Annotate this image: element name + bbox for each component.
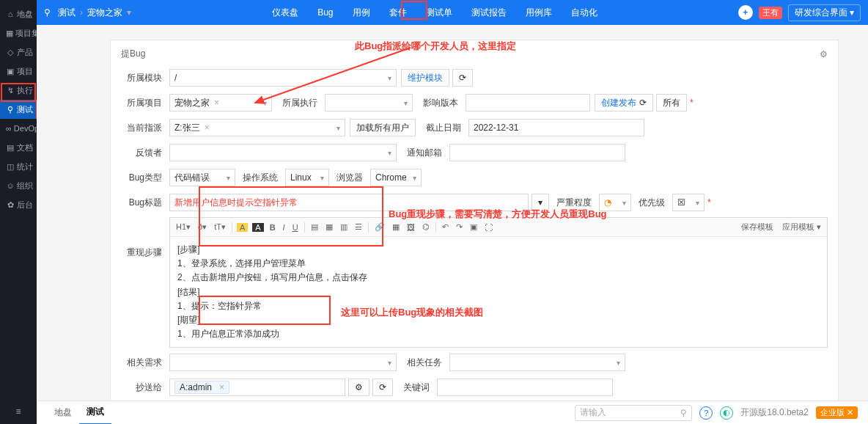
tab-bug[interactable]: Bug bbox=[309, 0, 342, 25]
chart-icon: ◫ bbox=[6, 162, 15, 171]
editor-body[interactable]: [步骤] 1、登录系统，选择用户管理菜单 2、点击新增用户按钮，填写用户信息，点… bbox=[170, 237, 827, 347]
sidebar-item-report[interactable]: ◫统计 bbox=[0, 157, 37, 176]
toolbar-fontcolor[interactable]: A bbox=[237, 223, 248, 232]
browser-label: 浏览器 bbox=[336, 172, 363, 184]
all-builds-button[interactable]: 所有 bbox=[656, 94, 687, 112]
search-icon: ⚲ bbox=[6, 105, 15, 114]
bug-form-panel: 提Bug ⚙ 所属模块 /▾ 维护模块 ⟳ 所属项目 宠物之家×▾ 所属执行 ▾… bbox=[110, 40, 839, 401]
breadcrumb-root[interactable]: 测试 bbox=[58, 7, 76, 19]
sidebar-item-admin[interactable]: ✿后台 bbox=[0, 195, 37, 214]
tab-automation[interactable]: 自动化 bbox=[562, 0, 606, 25]
left-sidebar: ⌂地盘 ▦项目集 ◇产品 ▣项目 ↯执行 ⚲测试 ∞DevOps ▤文档 ◫统计… bbox=[0, 0, 37, 424]
sidebar-item-org[interactable]: ☺组织 bbox=[0, 176, 37, 195]
toolbar-redo[interactable]: ↷ bbox=[455, 222, 464, 232]
toolbar-code[interactable]: ⌬ bbox=[421, 222, 431, 232]
mail-input[interactable] bbox=[449, 144, 625, 161]
toolbar-fullscreen[interactable]: ⛶ bbox=[483, 223, 494, 232]
tab-dashboard[interactable]: 仪表盘 bbox=[263, 0, 307, 25]
toolbar-align-right[interactable]: ▥ bbox=[339, 222, 349, 232]
priority-label: 优先级 bbox=[639, 197, 665, 209]
project-select[interactable]: 宠物之家×▾ bbox=[169, 94, 272, 112]
create-button[interactable]: + bbox=[738, 5, 753, 20]
toolbar-size[interactable]: tT▾ bbox=[213, 222, 227, 232]
cc-gear-button[interactable]: ⚙ bbox=[348, 379, 369, 396]
os-select[interactable]: Linux▾ bbox=[285, 169, 329, 186]
toolbar-undo[interactable]: ↶ bbox=[441, 222, 450, 232]
demand-select[interactable]: ▾ bbox=[169, 354, 397, 371]
sidebar-item-product[interactable]: ◇产品 bbox=[0, 43, 37, 62]
tab-testtask[interactable]: 测试单 bbox=[417, 0, 461, 25]
tab-caselib[interactable]: 用例库 bbox=[517, 0, 561, 25]
execution-label: 所属执行 bbox=[282, 97, 317, 109]
zentao-icon[interactable]: ◐ bbox=[720, 406, 733, 420]
sidebar-item-dashboard[interactable]: ⌂地盘 bbox=[0, 4, 37, 23]
search-icon[interactable]: ⚲ bbox=[44, 7, 51, 18]
enterprise-pill[interactable]: 企业版 ✕ bbox=[816, 406, 858, 419]
maintain-module-button[interactable]: 维护模块 bbox=[401, 69, 449, 87]
cc-select[interactable]: A:admin× bbox=[169, 379, 345, 396]
toolbar-source[interactable]: ▣ bbox=[468, 222, 479, 232]
sidebar-collapse-button[interactable]: ≡ bbox=[0, 399, 37, 424]
toolbar-underline[interactable]: U bbox=[291, 223, 300, 232]
assign-select[interactable]: Z:张三×▾ bbox=[169, 119, 345, 136]
statusbar-tab-qa[interactable]: 测试 bbox=[79, 401, 111, 425]
view-dropdown[interactable]: 研发综合界面 ▾ bbox=[788, 4, 861, 21]
deadline-input[interactable]: 2022-12-31 bbox=[468, 119, 644, 136]
home-icon: ⌂ bbox=[6, 10, 15, 18]
execution-select[interactable]: ▾ bbox=[325, 94, 413, 112]
keyword-input[interactable] bbox=[437, 379, 613, 396]
toolbar-link[interactable]: 🔗 bbox=[373, 222, 386, 232]
sidebar-item-devops[interactable]: ∞DevOps bbox=[0, 119, 37, 138]
task-select[interactable]: ▾ bbox=[449, 354, 625, 371]
load-all-users-button[interactable]: 加载所有用户 bbox=[350, 119, 416, 136]
refresh-module-button[interactable]: ⟳ bbox=[452, 69, 473, 87]
version-text: 开源版18.0.beta2 bbox=[740, 406, 809, 419]
save-template-button[interactable]: 保存模板 bbox=[740, 222, 775, 233]
help-button[interactable]: ? bbox=[699, 406, 713, 420]
user-badge[interactable]: 王有 bbox=[759, 7, 782, 19]
type-select[interactable]: 代码错误▾ bbox=[169, 169, 235, 186]
severity-select[interactable]: ◔▾ bbox=[599, 194, 631, 211]
sidebar-item-doc[interactable]: ▤文档 bbox=[0, 138, 37, 157]
toolbar-format[interactable]: ð▾ bbox=[196, 222, 208, 232]
toolbar-align-center[interactable]: ▦ bbox=[324, 222, 334, 232]
tag-icon: ◇ bbox=[6, 48, 15, 56]
demand-label: 相关需求 bbox=[121, 357, 162, 369]
toolbar-bgcolor[interactable]: A bbox=[252, 223, 263, 232]
version-select[interactable] bbox=[466, 94, 590, 112]
type-label: Bug类型 bbox=[121, 172, 162, 184]
title-input[interactable]: 新增用户信息时提示空指针异常 bbox=[169, 194, 529, 211]
color-picker-button[interactable]: ▾ bbox=[532, 194, 549, 211]
apply-template-button[interactable]: 应用模板 ▾ bbox=[781, 222, 823, 233]
feedback-label: 反馈者 bbox=[121, 147, 162, 159]
create-build-button[interactable]: 创建发布 ⟳ bbox=[595, 94, 653, 112]
sidebar-item-project[interactable]: ▣项目 bbox=[0, 62, 37, 81]
cc-refresh-button[interactable]: ⟳ bbox=[372, 379, 393, 396]
feedback-select[interactable]: ▾ bbox=[169, 144, 397, 161]
toolbar-image[interactable]: 🖼 bbox=[405, 223, 416, 232]
module-select[interactable]: /▾ bbox=[169, 69, 397, 87]
panel-settings-icon[interactable]: ⚙ bbox=[820, 49, 828, 59]
statusbar-tab-dashboard[interactable]: 地盘 bbox=[47, 401, 79, 425]
chevron-down-icon[interactable]: ▾ bbox=[127, 7, 131, 18]
sidebar-item-execution[interactable]: ↯执行 bbox=[0, 81, 37, 100]
required-star: * bbox=[707, 197, 711, 208]
tab-report[interactable]: 测试报告 bbox=[463, 0, 515, 25]
breadcrumb-project[interactable]: 宠物之家 bbox=[87, 7, 122, 19]
toolbar-bold[interactable]: B bbox=[268, 223, 277, 232]
top-tabs: 仪表盘 Bug 用例 套件 测试单 测试报告 用例库 自动化 bbox=[263, 0, 606, 25]
toolbar-align-left[interactable]: ▤ bbox=[309, 222, 320, 232]
statusbar-search[interactable]: 请输入⚲ bbox=[575, 405, 692, 421]
toolbar-italic[interactable]: I bbox=[282, 223, 287, 232]
priority-select[interactable]: ☒▾ bbox=[672, 194, 705, 211]
browser-select[interactable]: Chrome▾ bbox=[370, 169, 422, 186]
toolbar-heading[interactable]: H1▾ bbox=[174, 222, 192, 232]
deadline-label: 截止日期 bbox=[426, 122, 461, 134]
toolbar-list[interactable]: ☰ bbox=[353, 222, 364, 232]
sidebar-item-program[interactable]: ▦项目集 bbox=[0, 23, 37, 43]
sidebar-item-qa[interactable]: ⚲测试 bbox=[0, 100, 37, 119]
tab-case[interactable]: 用例 bbox=[344, 0, 379, 25]
tab-suite[interactable]: 套件 bbox=[380, 0, 416, 25]
toolbar-table[interactable]: ▦ bbox=[391, 222, 401, 232]
gear-icon: ✿ bbox=[6, 200, 15, 209]
